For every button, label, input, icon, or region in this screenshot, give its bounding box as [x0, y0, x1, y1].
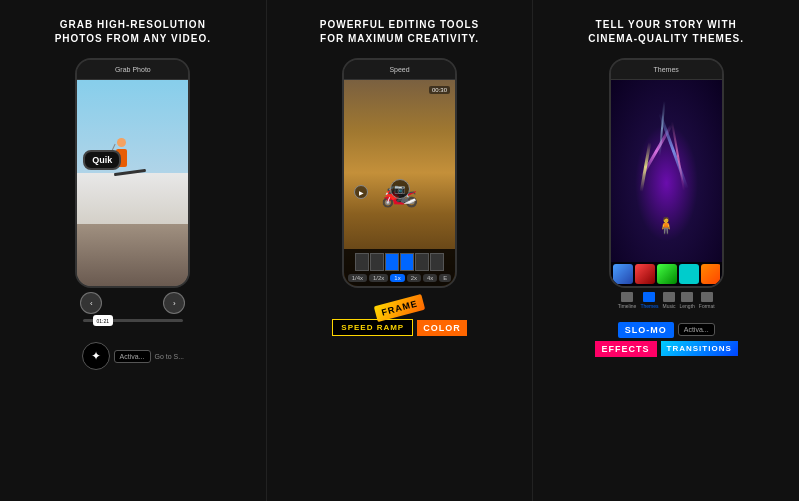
filmstrip [348, 253, 451, 271]
speed-btn-e[interactable]: E [439, 274, 451, 282]
speed-buttons: 1/4x 1/2x 1x 2x 4x E [348, 274, 451, 282]
col2-stickers: FRAME SPEED RAMP COLOR [277, 288, 523, 348]
speed-btn-quarter[interactable]: 1/4x [348, 274, 367, 282]
phone3-header: Themes [611, 60, 722, 80]
frame-sticker: FRAME [374, 294, 425, 322]
themes-image: 🧍 [611, 80, 722, 286]
col1-stickers: ✦ Activa... Go to S... [10, 326, 256, 386]
nav-left-arrow[interactable]: ‹ [80, 292, 102, 314]
col3-stickers: SLO-MO Activa... EFFECTS TRANSITIONS [543, 309, 789, 369]
theme-thumb-1[interactable] [613, 264, 633, 284]
phone3-screen: 🧍 [611, 80, 722, 286]
phone-2: Speed 🏍️ ▶ 📷 00:30 [342, 58, 457, 288]
col3-title: TELL YOUR STORY WITH CINEMA-QUALITY THEM… [588, 18, 744, 46]
phone1-header: Grab Photo [77, 60, 188, 80]
col-editing: POWERFUL EDITING TOOLS FOR MAXIMUM CREAT… [267, 0, 534, 501]
light-streak-3 [640, 142, 652, 192]
transitions-sticker: TRANSITIONS [661, 341, 738, 356]
effects-sticker: EFFECTS [595, 341, 657, 357]
phone2-header: Speed [344, 60, 455, 80]
phone-1: Grab Photo [75, 58, 190, 288]
speed-btn-4x[interactable]: 4x [423, 274, 437, 282]
film-frame [430, 253, 444, 271]
theme-thumb-4[interactable] [679, 264, 699, 284]
video-timestamp: 00:30 [429, 86, 450, 94]
thumb-row [613, 264, 720, 284]
snowboarder-image [77, 80, 188, 286]
music-icon [663, 292, 675, 302]
film-frame [415, 253, 429, 271]
nav-themes[interactable]: Themes [640, 292, 658, 309]
timeline-icon [621, 292, 633, 302]
nav-right-arrow[interactable]: › [163, 292, 185, 314]
nav-length[interactable]: Length [680, 292, 695, 309]
col1-title: GRAB HIGH-RESOLUTION PHOTOS FROM ANY VID… [55, 18, 211, 46]
activa-sticker: Activa... [114, 350, 151, 363]
phone1-screen [77, 80, 188, 286]
color-sticker: COLOR [417, 320, 467, 336]
film-frame [355, 253, 369, 271]
theme-thumbnails [611, 262, 722, 286]
goto-sticker: Go to S... [155, 353, 185, 360]
col-themes: TELL YOUR STORY WITH CINEMA-QUALITY THEM… [533, 0, 799, 501]
person-silhouette: 🧍 [656, 216, 676, 235]
nav-timeline[interactable]: Timeline [618, 292, 637, 309]
main-container: GRAB HIGH-RESOLUTION PHOTOS FROM ANY VID… [0, 0, 799, 501]
photo-nav-arrows: ‹ › [75, 292, 190, 314]
timeline-bar[interactable]: 01:21 [83, 319, 183, 322]
speed-btn-1x[interactable]: 1x [390, 274, 404, 282]
format-icon [701, 292, 713, 302]
col-grab-photo: GRAB HIGH-RESOLUTION PHOTOS FROM ANY VID… [0, 0, 267, 501]
theme-thumb-5[interactable] [701, 264, 720, 284]
camera-icon[interactable]: 📷 [390, 179, 410, 199]
themes-icon [643, 292, 655, 302]
nav-music[interactable]: Music [662, 292, 675, 309]
speed-btn-half[interactable]: 1/2x [369, 274, 388, 282]
film-frame-active [400, 253, 414, 271]
speed-ramp-sticker: SPEED RAMP [332, 319, 413, 336]
col2-title: POWERFUL EDITING TOOLS FOR MAXIMUM CREAT… [320, 18, 479, 46]
slo-mo-sticker: SLO-MO [618, 322, 674, 338]
speed-btn-2x[interactable]: 2x [407, 274, 421, 282]
activa-sticker-2: Activa... [678, 323, 715, 336]
timeline-thumb: 01:21 [93, 315, 113, 326]
speed-controls: 1/4x 1/2x 1x 2x 4x E [344, 249, 455, 286]
theme-thumb-3[interactable] [657, 264, 677, 284]
bottom-nav: Timeline Themes Music Length Format [618, 292, 715, 309]
nav-format[interactable]: Format [699, 292, 715, 309]
theme-thumb-2[interactable] [635, 264, 655, 284]
film-frame-active [385, 253, 399, 271]
length-icon [681, 292, 693, 302]
quik-badge: Quik [83, 150, 121, 170]
phone-3: Themes 🧍 [609, 58, 724, 288]
phone2-screen: 🏍️ ▶ 📷 00:30 [344, 80, 455, 286]
star-icon-sticker: ✦ [82, 342, 110, 370]
film-frame [370, 253, 384, 271]
